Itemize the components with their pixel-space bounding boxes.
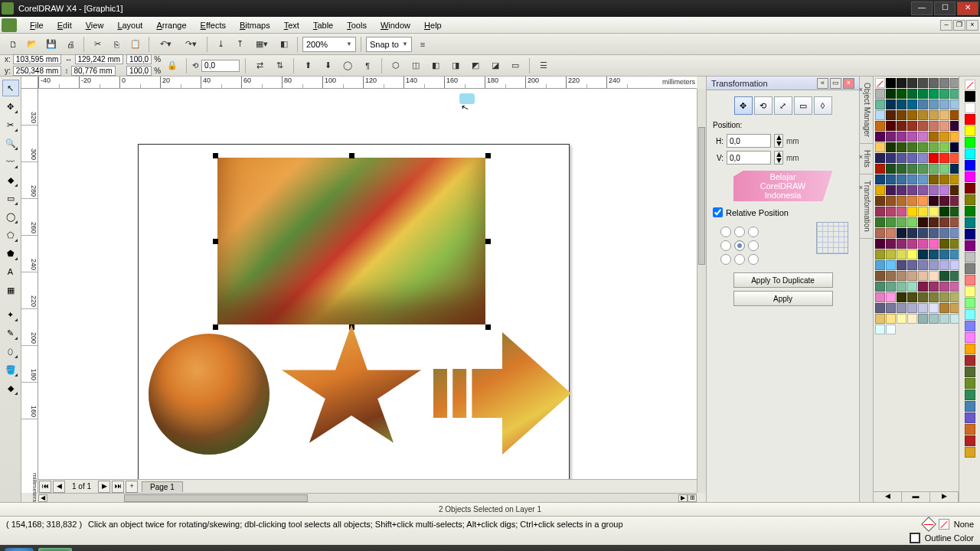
rotate-tab[interactable]: ⟲ bbox=[754, 96, 773, 115]
wrap-button[interactable]: ¶ bbox=[359, 57, 376, 74]
ruler-vertical[interactable]: 320300280260240220200180160 bbox=[21, 89, 38, 493]
swatch[interactable] bbox=[897, 260, 906, 270]
swatch[interactable] bbox=[965, 424, 975, 435]
swatch[interactable] bbox=[907, 78, 917, 88]
swatch[interactable] bbox=[897, 228, 906, 238]
swatch[interactable] bbox=[929, 99, 939, 109]
swatch[interactable] bbox=[907, 121, 917, 131]
interactive-tool[interactable]: ✦ bbox=[2, 306, 19, 323]
nav-first-button[interactable]: ⏮ bbox=[39, 481, 51, 493]
swatch[interactable] bbox=[907, 282, 917, 292]
table-tool[interactable]: ▦ bbox=[2, 282, 19, 298]
interactive-fill-tool[interactable]: ◆ bbox=[2, 380, 19, 396]
swatch[interactable] bbox=[965, 367, 975, 377]
relative-position-checkbox[interactable] bbox=[713, 207, 723, 217]
swatch[interactable] bbox=[929, 164, 939, 174]
width-input[interactable]: 129,242 mm bbox=[75, 54, 124, 64]
freehand-tool[interactable]: 〰 bbox=[2, 153, 19, 170]
swatch[interactable] bbox=[918, 260, 928, 270]
mirror-h-button[interactable]: ⇄ bbox=[251, 57, 268, 74]
boundary-button[interactable]: ▭ bbox=[507, 57, 524, 74]
scalex-input[interactable]: 100,0 bbox=[126, 54, 152, 64]
swatch[interactable] bbox=[875, 174, 885, 184]
swatch[interactable] bbox=[939, 89, 949, 99]
align-button[interactable]: ☰ bbox=[535, 57, 552, 74]
swatch[interactable] bbox=[965, 321, 975, 331]
palette-left-button[interactable]: ◀ bbox=[874, 492, 902, 502]
swatch[interactable] bbox=[939, 207, 949, 217]
scaley-input[interactable]: 100,0 bbox=[126, 66, 152, 76]
rotate-input[interactable]: 0,0 bbox=[201, 60, 240, 72]
selection-handle-tr[interactable] bbox=[485, 153, 491, 158]
swatch[interactable] bbox=[918, 217, 928, 227]
swatch[interactable] bbox=[875, 282, 885, 292]
swatch[interactable] bbox=[918, 142, 928, 152]
swatch[interactable] bbox=[929, 132, 939, 142]
options-button[interactable]: ≡ bbox=[414, 36, 431, 53]
swatch[interactable] bbox=[897, 271, 906, 281]
swatch[interactable] bbox=[907, 99, 917, 109]
eyedropper-tool[interactable]: ✎ bbox=[2, 324, 19, 341]
minimize-button[interactable]: — bbox=[911, 2, 933, 15]
swatch[interactable] bbox=[886, 185, 896, 195]
selected-bitmap[interactable] bbox=[217, 158, 485, 324]
vertical-scrollbar[interactable] bbox=[697, 89, 706, 493]
swatch[interactable] bbox=[929, 89, 939, 99]
swatch[interactable] bbox=[929, 271, 939, 281]
swatch[interactable] bbox=[897, 142, 906, 152]
swatch[interactable] bbox=[929, 121, 939, 131]
selection-handle-mr[interactable] bbox=[485, 239, 491, 244]
swatch[interactable] bbox=[875, 207, 885, 217]
swatch[interactable] bbox=[875, 303, 885, 313]
swatch[interactable] bbox=[897, 110, 906, 120]
swatch[interactable] bbox=[886, 99, 896, 109]
swatch[interactable] bbox=[965, 229, 975, 240]
nav-last-button[interactable]: ⏭ bbox=[112, 481, 124, 493]
swatch[interactable] bbox=[918, 89, 928, 99]
swatch[interactable] bbox=[907, 271, 917, 281]
swatch[interactable] bbox=[929, 239, 939, 249]
swatch[interactable] bbox=[950, 164, 959, 174]
swatch[interactable] bbox=[897, 196, 906, 206]
navigator-button[interactable]: ⊞ bbox=[688, 494, 697, 502]
close-button[interactable]: ✕ bbox=[957, 2, 978, 15]
swatch[interactable] bbox=[897, 78, 906, 88]
pick-tool[interactable]: ↖ bbox=[2, 80, 19, 96]
swatch[interactable] bbox=[907, 174, 917, 184]
swatch[interactable] bbox=[907, 185, 917, 195]
swatch[interactable] bbox=[950, 239, 959, 249]
h-input[interactable] bbox=[727, 134, 771, 148]
paste-button[interactable]: 📋 bbox=[127, 36, 144, 53]
swatch[interactable] bbox=[965, 114, 975, 125]
convert-curves-button[interactable]: ◯ bbox=[339, 57, 356, 74]
swatch[interactable] bbox=[886, 174, 896, 184]
swatch[interactable] bbox=[929, 282, 939, 292]
swatch[interactable] bbox=[897, 217, 906, 227]
swatch[interactable] bbox=[875, 142, 885, 152]
swatch[interactable] bbox=[939, 185, 949, 195]
add-page-button[interactable]: + bbox=[126, 481, 138, 493]
v-input[interactable] bbox=[727, 151, 771, 165]
anchor-grid[interactable] bbox=[720, 227, 759, 265]
swatch[interactable] bbox=[875, 185, 885, 195]
swatch[interactable] bbox=[918, 185, 928, 195]
menu-edit[interactable]: Edit bbox=[51, 19, 78, 31]
swatch[interactable] bbox=[897, 314, 906, 324]
swatch[interactable] bbox=[939, 303, 949, 313]
palette-scroll[interactable]: ▬ bbox=[902, 492, 930, 502]
swatch[interactable] bbox=[965, 275, 975, 285]
rectangle-tool[interactable]: ▭ bbox=[2, 190, 19, 207]
scale-tab[interactable]: ⤢ bbox=[774, 96, 792, 115]
swatch[interactable] bbox=[965, 298, 975, 308]
swatch[interactable] bbox=[929, 110, 939, 120]
swatch[interactable] bbox=[907, 217, 917, 227]
copy-button[interactable]: ⎘ bbox=[108, 36, 125, 53]
basic-shapes-tool[interactable]: ⬟ bbox=[2, 245, 19, 262]
print-button[interactable]: 🖨 bbox=[62, 36, 79, 53]
intersect-button[interactable]: ◧ bbox=[427, 57, 444, 74]
fill-none-icon[interactable] bbox=[939, 519, 949, 530]
ellipse-tool[interactable]: ◯ bbox=[2, 208, 19, 225]
swatch[interactable] bbox=[965, 240, 975, 251]
swatch[interactable] bbox=[939, 217, 949, 227]
swatch[interactable] bbox=[886, 89, 896, 99]
